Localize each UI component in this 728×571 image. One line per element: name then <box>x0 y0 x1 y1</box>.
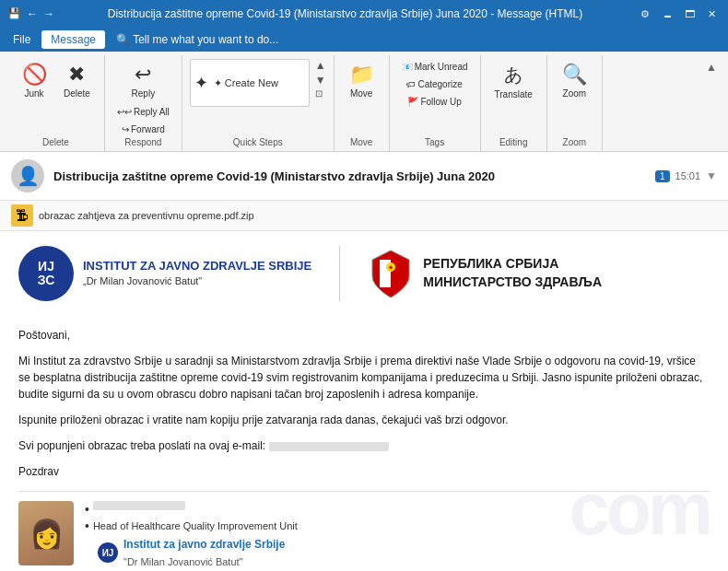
mark-unread-icon: 📧 <box>402 62 413 72</box>
ribbon-respond-group: ↩ Reply ↩↩ Reply All ↪ Forward Respon <box>105 55 182 151</box>
email-logos: ИЈ ЗС INSTITUT ZA JAVNO ZDRAVLJE SRBIJE … <box>18 246 710 312</box>
institute-name-text: INSTITUT ZA JAVNO ZDRAVLJE SRBIJE „Dr Mi… <box>83 259 311 287</box>
sig-name-item: • <box>85 501 298 518</box>
translate-button[interactable]: あ Translate <box>488 59 539 103</box>
sig-name-redacted <box>93 501 185 510</box>
tags-buttons: 📧 Mark Unread 🏷 Categorize 🚩 Follow Up <box>397 55 473 137</box>
zoom-button[interactable]: 🔍 Zoom <box>555 59 593 102</box>
forward-label: Forward <box>131 124 165 134</box>
delete-group-label: Delete <box>42 137 69 151</box>
ribbon-collapse[interactable]: ▲ <box>702 55 721 151</box>
left-logo: ИЈ ЗС INSTITUT ZA JAVNO ZDRAVLJE SRBIJE … <box>18 246 311 301</box>
attachment-icon: 🗜 <box>11 204 33 227</box>
svg-text:✦: ✦ <box>388 264 393 271</box>
junk-label: Junk <box>24 88 43 99</box>
expand-icon[interactable]: ▼ <box>706 169 717 182</box>
signature-photo-inner: 👩 <box>18 501 74 565</box>
junk-icon: 🚫 <box>22 63 47 87</box>
follow-up-label: Follow Up <box>420 97 461 107</box>
attachment-name[interactable]: obrazac zahtjeva za preventivnu opreme.p… <box>39 210 254 221</box>
mark-unread-label: Mark Unread <box>415 62 468 72</box>
sig-org-row: ИЈ Institut za javno zdravlje Srbije "Dr… <box>98 535 298 571</box>
title-bar-left: 💾 ← → <box>7 7 54 20</box>
quick-steps-group-label: Quick Steps <box>233 137 283 151</box>
zoom-label: Zoom <box>563 88 587 99</box>
create-new-button[interactable]: ✦ ✦ Create New <box>190 59 310 107</box>
ribbon-editing-group: あ Translate Editing <box>481 55 547 151</box>
signature-details: • • Head of Healthcare Quality Improveme… <box>85 501 298 571</box>
sig-org-text: Institut za javno zdravlje Srbije "Dr Mi… <box>123 535 285 571</box>
sig-role-item: • Head of Healthcare Quality Improvement… <box>85 518 298 535</box>
menu-file[interactable]: File <box>4 30 40 49</box>
email-signature: 👩 • • Head of Healthcare Quality Improve… <box>18 491 710 571</box>
junk-button[interactable]: 🚫 Junk <box>15 59 53 102</box>
reply-button[interactable]: ↩ Reply <box>120 59 166 102</box>
quick-steps-more[interactable]: ⊡ <box>315 88 326 99</box>
create-new-icon: ✦ <box>194 73 208 93</box>
move-label: Move <box>350 88 372 99</box>
zip-file-icon: 🗜 <box>16 208 29 223</box>
window-controls: ⚙ 🗕 🗖 ✕ <box>636 5 721 23</box>
undo-icon[interactable]: ← <box>27 7 38 20</box>
email-area: 👤 Distribucija zaštitne opreme Covid-19 … <box>0 152 728 571</box>
minimize-btn[interactable]: 🗕 <box>658 5 676 23</box>
email-time: 15:01 <box>675 170 701 181</box>
email-farewell: Pozdrav <box>18 463 710 480</box>
email-header: 👤 Distribucija zaštitne opreme Covid-19 … <box>0 152 728 201</box>
forward-button[interactable]: ↪ Forward <box>115 122 170 137</box>
redo-icon[interactable]: → <box>43 7 54 20</box>
categorize-icon: 🏷 <box>406 79 416 89</box>
email-header-right: 1 15:01 ▼ <box>655 169 717 182</box>
quick-steps-down[interactable]: ▼ <box>315 74 326 87</box>
menu-message[interactable]: Message <box>41 30 105 49</box>
reply-label: Reply <box>132 88 156 99</box>
move-buttons: 📁 Move <box>342 55 381 137</box>
mark-unread-button[interactable]: 📧 Mark Unread <box>397 59 473 75</box>
sig-org-logo: ИЈ <box>98 542 118 563</box>
ribbon-zoom-group: 🔍 Zoom Zoom <box>547 55 603 151</box>
logo-divider <box>339 246 340 301</box>
editing-buttons: あ Translate <box>488 55 539 137</box>
follow-up-icon: 🚩 <box>407 97 418 107</box>
categorize-button[interactable]: 🏷 Categorize <box>397 76 473 92</box>
reply-all-icon: ↩↩ <box>117 107 132 117</box>
editing-group-label: Editing <box>499 137 528 151</box>
translate-label: Translate <box>495 89 533 99</box>
zoom-icon: 🔍 <box>562 63 587 87</box>
email-subject-container: Distribucija zaštitne opreme Covid-19 (M… <box>53 169 646 183</box>
restore-btn[interactable]: 🗖 <box>680 5 699 23</box>
menu-tell[interactable]: 🔍 Tell me what you want to do... <box>107 30 288 49</box>
ribbon-quick-steps-group: ✦ ✦ Create New ▲ ▼ ⊡ Quick Steps <box>182 55 335 151</box>
email-body: ИЈ ЗС INSTITUT ZA JAVNO ZDRAVLJE SRBIJE … <box>0 231 728 571</box>
reply-all-button[interactable]: ↩↩ Reply All <box>112 104 174 120</box>
follow-up-button[interactable]: 🚩 Follow Up <box>397 94 473 110</box>
coat-of-arms: ✦ <box>368 246 414 301</box>
move-icon: 📁 <box>349 63 374 87</box>
settings-btn[interactable]: ⚙ <box>636 5 654 23</box>
republic-text: РЕПУБЛИКА СРБИЈА МИНИСТАРСТВО ЗДРАВЉА <box>423 255 602 291</box>
title-bar: 💾 ← → Distribucija zaštitne opreme Covid… <box>0 0 728 28</box>
email-paragraph-2: Ispunite priloženi obrazac i vratite nam… <box>18 412 710 428</box>
delete-icon: ✖ <box>68 63 85 87</box>
email-subject: Distribucija zaštitne opreme Covid-19 (M… <box>53 169 646 183</box>
zoom-buttons: 🔍 Zoom <box>555 55 593 137</box>
translate-icon: あ <box>504 63 523 87</box>
message-count-badge: 1 <box>655 170 670 182</box>
email-address-redacted <box>269 442 389 451</box>
move-button[interactable]: 📁 Move <box>342 59 381 102</box>
sender-avatar: 👤 <box>11 159 44 192</box>
quick-steps-up[interactable]: ▲ <box>315 59 326 72</box>
delete-button[interactable]: ✖ Delete <box>57 59 97 102</box>
reply-all-label: Reply All <box>134 107 170 117</box>
sig-role: Head of Healthcare Quality Improvement U… <box>93 518 298 535</box>
email-greeting: Poštovani, <box>18 327 710 344</box>
close-btn[interactable]: ✕ <box>702 5 721 23</box>
categorize-label: Categorize <box>417 79 462 89</box>
window-title: Distribucija zaštitne opreme Covid-19 (M… <box>54 7 636 20</box>
right-logo: ✦ РЕПУБЛИКА СРБИЈА МИНИСТАРСТВО ЗДРАВЉА <box>368 246 602 301</box>
menu-bar: File Message 🔍 Tell me what you want to … <box>0 28 728 52</box>
email-address-line: Svi popunjeni obrazac treba poslati na o… <box>18 437 710 454</box>
signature-photo: 👩 <box>18 501 74 565</box>
tags-group-label: Tags <box>425 137 444 151</box>
ribbon-delete-group: 🚫 Junk ✖ Delete Delete <box>7 55 105 151</box>
